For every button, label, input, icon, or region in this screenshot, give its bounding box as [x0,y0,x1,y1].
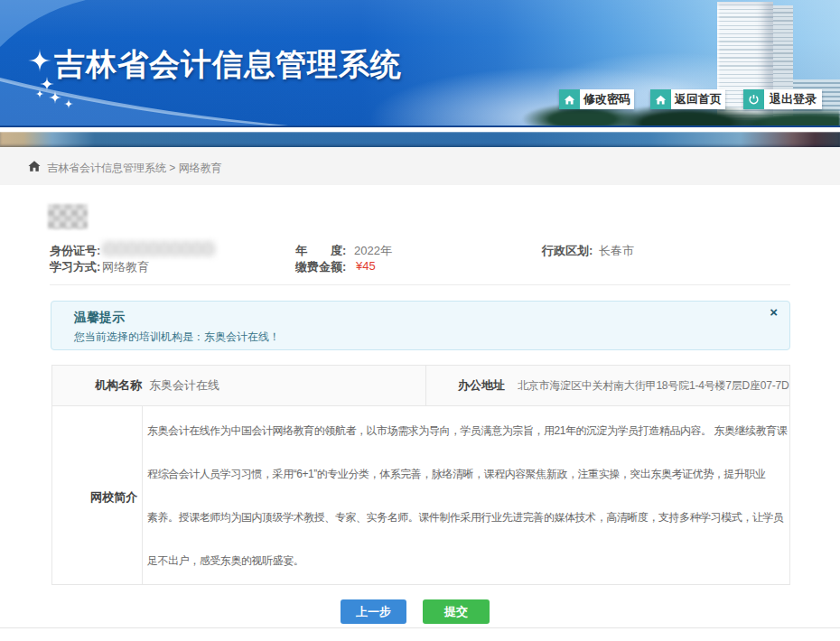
office-address-label: 办公地址 [458,366,505,405]
intro-line: 素养。授课老师均为国内顶级学术教授、专家、实务名师。课件制作采用行业先进完善的媒… [147,496,785,539]
year-label: 年 度: [295,243,346,259]
return-home-button[interactable]: 返回首页 [650,89,725,109]
intro-line: 程综合会计人员学习习惯，采用“6+1”的专业分类，体系完善，脉络清晰，课程内容聚… [147,452,785,496]
header-banner: 吉林省会计信息管理系统 修改密码 返回首页 退出登录 [0,0,840,127]
footer-divider [0,627,840,628]
logout-label: 退出登录 [764,89,822,109]
org-intro-row: 网校简介 东奥会计在线作为中国会计网络教育的领航者，以市场需求为导向，学员满意为… [51,406,790,585]
fee-label: 缴费金额: [295,259,346,275]
logout-button[interactable]: 退出登录 [743,89,822,109]
previous-step-button[interactable]: 上一步 [341,599,406,624]
study-mode-value: 网络教育 [102,259,149,275]
alert-body: 您当前选择的培训机构是：东奥会计在线！ [74,330,280,345]
org-name-value: 东奥会计在线 [149,366,219,405]
return-home-label: 返回首页 [671,89,725,109]
intro-line: 东奥会计在线作为中国会计网络教育的领航者，以市场需求为导向，学员满意为宗旨，用2… [147,409,785,452]
redacted-id-number [102,241,215,256]
org-table-header-row: 机构名称 东奥会计在线 办公地址 北京市海淀区中关村南大街甲18号院1-4号楼7… [51,365,790,406]
fee-value: ¥45 [356,259,376,273]
id-number-label: 身份证号: [50,243,100,259]
cell-divider [425,366,426,405]
home-icon [650,89,671,109]
banner-bottom-edge [0,125,840,127]
org-name-label: 机构名称 [52,366,142,405]
change-password-label: 修改密码 [580,89,634,109]
notice-alert: 温馨提示 您当前选择的培训机构是：东奥会计在线！ × [51,301,790,350]
change-password-button[interactable]: 修改密码 [559,89,634,109]
region-label: 行政区划: [542,243,593,259]
breadcrumb: 吉林省会计信息管理系统 > 网络教育 [0,148,840,185]
power-icon [743,89,764,109]
intro-label: 网校简介 [52,489,137,506]
study-mode-label: 学习方式: [50,259,100,275]
alert-title: 温馨提示 [74,310,125,326]
intro-paragraph: 东奥会计在线作为中国会计网络教育的领航者，以市场需求为导向，学员满意为宗旨，用2… [147,409,785,582]
redacted-name [48,204,88,229]
photo-strip [0,132,840,147]
intro-line: 足不出户，感受东奥的视听盛宴。 [147,539,785,582]
region-value: 长春市 [599,243,634,259]
cell-divider [142,406,143,584]
home-icon [28,160,41,172]
section-divider [50,284,790,285]
year-value: 2022年 [354,243,392,259]
submit-button[interactable]: 提交 [423,599,490,624]
office-address-value: 北京市海淀区中关村南大街甲18号院1-4号楼7层D座07-7D [518,366,789,405]
home-icon [559,89,580,109]
breadcrumb-text[interactable]: 吉林省会计信息管理系统 > 网络教育 [47,161,222,176]
close-icon[interactable]: × [770,304,778,320]
page: 吉林省会计信息管理系统 修改密码 返回首页 退出登录 [0,0,840,641]
page-title: 吉林省会计信息管理系统 [54,44,402,86]
